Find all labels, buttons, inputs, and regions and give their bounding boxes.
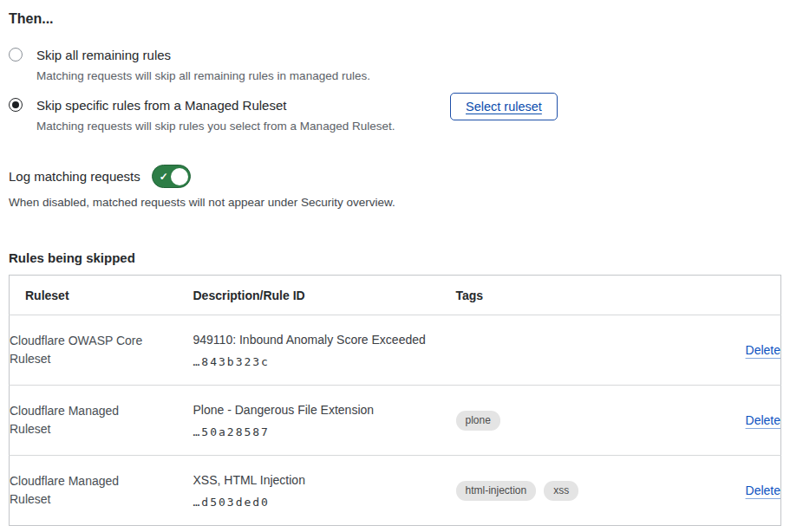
ruleset-name: Cloudflare Managed Ruleset [10,472,155,509]
option-skip-specific-rules: Skip specific rules from a Managed Rules… [9,97,780,133]
toggle-knob [171,168,188,185]
toggle-check-icon: ✓ [160,171,168,181]
ruleset-name: Cloudflare OWASP Core Ruleset [10,332,155,368]
option-skip-specific-label[interactable]: Skip specific rules from a Managed Rules… [36,97,395,114]
rule-id: …50a28587 [193,425,456,438]
rule-id: …d503ded0 [193,496,456,509]
rule-id: …843b323c [193,355,456,368]
column-header-ruleset: Ruleset [10,276,193,315]
tag-badge: plone [456,411,500,431]
radio-skip-specific-rules[interactable] [9,98,23,112]
table-row: Cloudflare Managed Ruleset XSS, HTML Inj… [10,456,781,526]
table-header-row: Ruleset Description/Rule ID Tags [10,276,781,315]
delete-link[interactable]: Delete [746,413,780,427]
tags-cell: plone [456,411,697,431]
column-header-description: Description/Rule ID [193,276,456,315]
log-matching-note: When disabled, matched requests will not… [9,195,780,210]
log-matching-section: Log matching requests ✓ When disabled, m… [9,165,780,210]
rule-description: Plone - Dangerous File Extension [193,402,456,418]
table-row: Cloudflare Managed Ruleset Plone - Dange… [10,386,781,456]
rules-skipped-table: Ruleset Description/Rule ID Tags Cloudfl… [9,275,781,526]
then-heading: Then... [9,10,780,27]
tag-badge: xss [544,481,578,501]
log-matching-toggle[interactable]: ✓ [152,165,191,188]
delete-link[interactable]: Delete [746,483,780,497]
rules-skipped-heading: Rules being skipped [9,250,780,266]
radio-skip-all-rules[interactable] [9,48,23,62]
delete-link[interactable]: Delete [746,343,780,357]
option-skip-specific-description: Matching requests will skip rules you se… [36,119,395,133]
rule-description: 949110: Inbound Anomaly Score Exceeded [193,332,456,347]
option-text: Skip specific rules from a Managed Rules… [36,97,395,133]
ruleset-name: Cloudflare Managed Ruleset [10,402,155,438]
rule-description: XSS, HTML Injection [193,472,456,488]
tag-badge: html-injection [456,481,537,501]
tags-cell: html-injection xss [456,481,697,501]
option-skip-all-rules: Skip all remaining rules Matching reques… [9,47,780,83]
select-ruleset-button[interactable]: Select ruleset [450,93,558,120]
log-matching-label: Log matching requests [9,168,140,185]
option-skip-all-description: Matching requests will skip all remainin… [36,68,370,83]
option-text: Skip all remaining rules Matching reques… [36,47,370,83]
table-row: Cloudflare OWASP Core Ruleset 949110: In… [10,315,781,386]
waf-rule-then-panel: Then... Skip all remaining rules Matchin… [0,0,790,526]
option-skip-all-label[interactable]: Skip all remaining rules [36,47,370,63]
column-header-actions [697,276,781,315]
column-header-tags: Tags [456,276,697,315]
